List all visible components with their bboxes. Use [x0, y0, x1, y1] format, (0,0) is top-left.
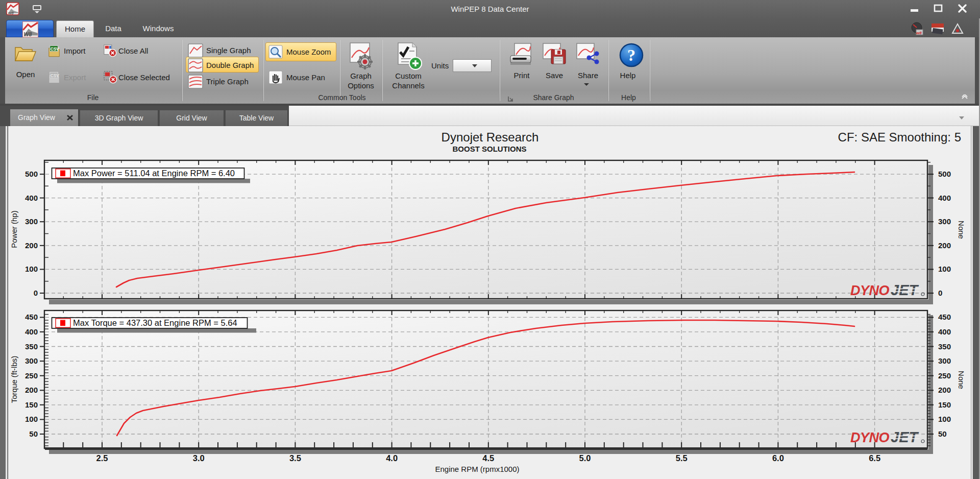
svg-text:3.0: 3.0: [193, 453, 205, 463]
svg-text:4.5: 4.5: [482, 453, 494, 463]
svg-text:50: 50: [938, 429, 947, 438]
svg-text:50: 50: [29, 429, 38, 438]
svg-text:BOOST SOLUTIONS: BOOST SOLUTIONS: [452, 145, 526, 153]
svg-text:250: 250: [938, 371, 951, 380]
svg-text:Engine RPM (rpmx1000): Engine RPM (rpmx1000): [435, 465, 519, 473]
svg-text:400: 400: [25, 194, 38, 202]
svg-text:100: 100: [25, 415, 38, 423]
svg-text:100: 100: [938, 265, 951, 273]
svg-text:350: 350: [938, 342, 951, 351]
svg-text:Max Torque = 437.30 at Engine: Max Torque = 437.30 at Engine RPM = 5.64: [73, 318, 237, 327]
svg-text:500: 500: [938, 170, 951, 178]
svg-text:450: 450: [938, 313, 951, 321]
svg-text:400: 400: [938, 327, 951, 336]
svg-text:300: 300: [938, 356, 951, 365]
svg-text:CSV: CSV: [51, 46, 60, 52]
svg-text:None: None: [957, 221, 966, 239]
svg-text:W8: W8: [23, 31, 32, 37]
svg-text:400: 400: [25, 327, 38, 336]
svg-text:200: 200: [25, 241, 38, 250]
svg-text:0: 0: [34, 289, 38, 297]
svg-text:100: 100: [25, 265, 38, 273]
svg-text:350: 350: [25, 342, 38, 351]
svg-text:Torque (ft-lbs): Torque (ft-lbs): [10, 356, 18, 403]
svg-text:DYNO: DYNO: [850, 430, 890, 445]
svg-text:CSV: CSV: [51, 73, 60, 78]
svg-text:300: 300: [25, 217, 38, 226]
svg-text:w8: w8: [916, 31, 922, 35]
svg-text:JET: JET: [891, 429, 919, 445]
svg-text:6.0: 6.0: [772, 453, 784, 463]
svg-text:5.5: 5.5: [676, 453, 688, 463]
svg-text:4.0: 4.0: [386, 453, 398, 463]
svg-text:100: 100: [938, 415, 951, 423]
svg-text:Max Power = 511.04 at Engine R: Max Power = 511.04 at Engine RPM = 6.40: [73, 169, 235, 178]
svg-text:200: 200: [25, 386, 38, 394]
svg-text:2.5: 2.5: [96, 453, 108, 463]
svg-text:300: 300: [938, 217, 951, 226]
svg-text:Power (hp): Power (hp): [10, 210, 18, 248]
svg-text:400: 400: [938, 194, 951, 202]
svg-text:5.0: 5.0: [579, 453, 591, 463]
svg-text:200: 200: [938, 241, 951, 250]
svg-text:Dynojet Research: Dynojet Research: [442, 130, 539, 144]
svg-text:JET: JET: [891, 282, 919, 298]
svg-text:200: 200: [938, 386, 951, 394]
svg-text:?: ?: [627, 46, 635, 64]
svg-text:CF: SAE Smoothing: 5: CF: SAE Smoothing: 5: [838, 130, 961, 144]
svg-text:250: 250: [25, 371, 38, 380]
svg-text:0: 0: [938, 289, 942, 297]
svg-text:DYNO: DYNO: [850, 283, 890, 298]
svg-text:300: 300: [25, 356, 38, 365]
svg-text:None: None: [957, 371, 966, 389]
svg-text:150: 150: [25, 400, 38, 409]
svg-text:3.5: 3.5: [289, 453, 301, 463]
svg-text:6.5: 6.5: [869, 453, 880, 463]
svg-text:500: 500: [25, 170, 38, 178]
svg-text:450: 450: [25, 313, 38, 321]
svg-text:150: 150: [938, 400, 951, 409]
